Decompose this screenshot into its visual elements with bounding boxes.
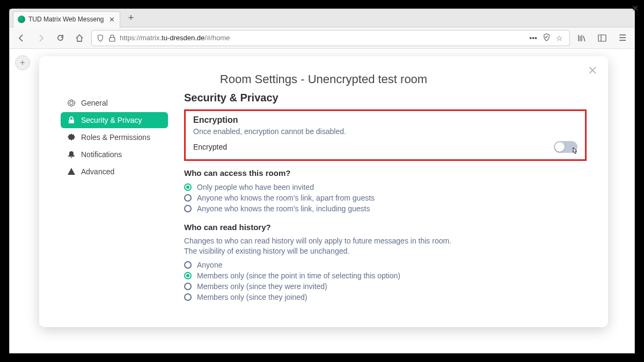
- settings-panel: Security & Privacy Encryption Once enabl…: [184, 92, 587, 316]
- menu-icon[interactable]: ☰: [615, 31, 630, 46]
- add-room-button[interactable]: +: [15, 55, 30, 70]
- close-icon[interactable]: ✕: [588, 65, 597, 77]
- radio-label: Members only (since they were invited): [197, 282, 327, 291]
- library-icon[interactable]: [574, 31, 589, 46]
- radio-icon: [184, 183, 192, 191]
- radio-label: Members only (since they joined): [197, 293, 307, 301]
- nav-toolbar: https://matrix.tu-dresden.de/#/home ••• …: [10, 27, 634, 49]
- access-option[interactable]: Anyone who knows the room's link, includ…: [184, 203, 587, 214]
- nav-item-notifications[interactable]: Notifications: [61, 146, 168, 162]
- radio-icon: [184, 272, 192, 279]
- home-button[interactable]: [72, 31, 87, 46]
- back-button[interactable]: [14, 31, 29, 46]
- svg-rect-1: [598, 35, 606, 41]
- section-description: Once enabled, encryption cannot be disab…: [193, 127, 577, 136]
- access-option[interactable]: Only people who have been invited: [184, 182, 587, 193]
- radio-icon: [184, 205, 192, 212]
- url-text: https://matrix.tu-dresden.de/#/home: [120, 34, 526, 42]
- section-note: Changes to who can read history will onl…: [184, 236, 587, 256]
- radio-label: Only people who have been invited: [197, 183, 314, 191]
- page-content: + M ✕ Room Settings - Unencrypted test r…: [10, 49, 634, 353]
- section-title: Who can access this room?: [184, 168, 587, 178]
- address-bar[interactable]: https://matrix.tu-dresden.de/#/home ••• …: [91, 30, 570, 46]
- svg-rect-0: [109, 38, 115, 41]
- nav-item-label: Advanced: [81, 167, 114, 176]
- tab-title: TUD Matrix Web Messeng: [28, 16, 105, 23]
- favicon-icon: [18, 16, 25, 23]
- nav-item-label: Security & Privacy: [81, 116, 142, 124]
- browser-window: ✕ TUD Matrix Web Messeng ✕ + ht: [9, 9, 635, 353]
- lock-icon[interactable]: [108, 34, 116, 42]
- new-tab-button[interactable]: +: [123, 11, 138, 26]
- toggle-knob: [555, 142, 565, 152]
- nav-item-label: General: [81, 99, 108, 107]
- room-settings-dialog: ✕ Room Settings - Unencrypted test room …: [39, 56, 608, 327]
- reload-button[interactable]: [53, 31, 68, 46]
- nav-item-general[interactable]: General: [61, 95, 168, 111]
- radio-label: Members only (since the point in time of…: [197, 271, 400, 280]
- history-section: Who can read history? Changes to who can…: [184, 223, 587, 302]
- dialog-title: Room Settings - Unencrypted test room: [61, 72, 587, 86]
- page-actions-icon[interactable]: •••: [529, 34, 537, 42]
- cursor-pointer-icon: [571, 147, 579, 157]
- badge-icon: [67, 133, 76, 142]
- nav-item-label: Notifications: [81, 150, 122, 159]
- access-section: Who can access this room? Only people wh…: [184, 168, 587, 214]
- radio-icon: [184, 283, 192, 290]
- nav-item-label: Roles & Permissions: [81, 133, 150, 142]
- radio-icon: [184, 194, 192, 202]
- panel-heading: Security & Privacy: [184, 92, 587, 104]
- tab-close-icon[interactable]: ✕: [108, 16, 115, 23]
- nav-item-security[interactable]: Security & Privacy: [61, 112, 168, 128]
- warning-icon: [67, 167, 76, 176]
- section-title: Encryption: [193, 115, 577, 125]
- radio-icon: [184, 261, 192, 269]
- history-option[interactable]: Members only (since they were invited): [184, 281, 587, 292]
- sidebar-toggle-icon[interactable]: [595, 31, 610, 46]
- section-title: Who can read history?: [184, 223, 587, 232]
- encryption-section: Encryption Once enabled, encryption cann…: [184, 109, 587, 161]
- radio-label: Anyone who knows the room's link, includ…: [197, 204, 370, 213]
- bell-icon: [67, 150, 76, 159]
- window-close-icon[interactable]: ✕: [632, 3, 639, 13]
- lock-icon: [67, 116, 76, 124]
- radio-icon: [184, 293, 192, 301]
- shield-icon[interactable]: [96, 34, 105, 42]
- history-option[interactable]: Anyone: [184, 260, 587, 270]
- nav-item-advanced[interactable]: Advanced: [61, 164, 168, 180]
- toggle-label: Encrypted: [193, 143, 227, 151]
- access-option[interactable]: Anyone who knows the room's link, apart …: [184, 193, 587, 203]
- radio-label: Anyone who knows the room's link, apart …: [197, 194, 375, 202]
- radio-label: Anyone: [197, 261, 222, 269]
- encryption-toggle[interactable]: [554, 141, 577, 153]
- history-option[interactable]: Members only (since they joined): [184, 292, 587, 302]
- history-option[interactable]: Members only (since the point in time of…: [184, 270, 587, 281]
- gear-icon: [67, 99, 76, 107]
- browser-tab[interactable]: TUD Matrix Web Messeng ✕: [13, 11, 120, 27]
- tab-bar: TUD Matrix Web Messeng ✕ +: [10, 9, 634, 27]
- forward-button[interactable]: [33, 31, 48, 46]
- bookmark-star-icon[interactable]: ☆: [556, 34, 563, 42]
- settings-nav: General Security & Privacy Roles & Permi…: [61, 92, 168, 316]
- reader-shield-icon[interactable]: [543, 33, 551, 43]
- svg-rect-3: [69, 120, 74, 123]
- nav-item-roles[interactable]: Roles & Permissions: [61, 129, 168, 145]
